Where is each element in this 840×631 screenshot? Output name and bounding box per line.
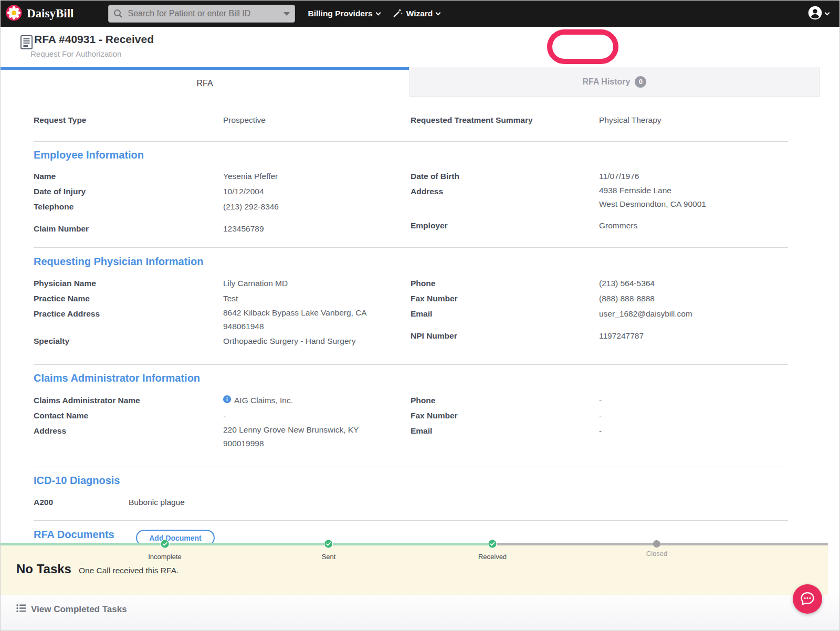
patient-search [108,5,295,23]
wand-icon [393,8,403,20]
daisybill-logo-icon [6,5,22,23]
telephone-value: (213) 292-8346 [223,199,411,214]
treatment-summary-value: Physical Therapy [599,112,788,128]
claims-admin-address-value: 220 Lenny Grove New Brunswick, KY 900019… [223,423,411,450]
treatment-summary-label: Requested Treatment Summary [411,112,599,128]
employee-name-label: Name [34,169,223,184]
contact-name-label: Contact Name [34,408,223,423]
billing-providers-label: Billing Providers [308,9,372,18]
user-account-menu[interactable] [808,6,829,22]
physician-section-heading: Requesting Physician Information [34,256,203,268]
tab-rfa-history-label: RFA History [583,77,631,87]
specialty-label: Specialty [34,333,223,349]
employee-section-heading: Employee Information [34,149,144,161]
claim-number-label: Claim Number [34,221,223,236]
tasks-message: One Call received this RFA. [79,566,178,575]
practice-address-value: 8642 Kilback Bypass Lake Vanberg, CA 948… [223,306,411,333]
request-type-value: Prospective [223,112,411,128]
documents-section-heading: RFA Documents [34,529,114,541]
specialty-value: Orthopaedic Surgery - Hand Surgery [223,333,411,349]
wizard-menu[interactable]: Wizard [393,8,440,20]
tasks-panel: Incomplete Sent Received Closed No Tasks… [1,543,828,595]
check-circle-icon [324,539,333,551]
view-completed-tasks-label: View Completed Tasks [31,604,127,615]
info-icon [223,393,231,408]
tasks-status: No Tasks One Call received this RFA. [16,562,178,576]
chat-support-button[interactable] [793,584,822,614]
step-sent: Sent [322,539,336,561]
date-of-birth-value: 11/07/1976 [599,169,788,184]
employer-label: Employer [411,218,599,233]
claims-admin-email-value: - [599,423,788,438]
request-type-label: Request Type [34,112,223,128]
practice-name-value: Test [223,291,411,306]
claims-admin-name-label: Claims Administrator Name [34,393,223,408]
bottom-bar: View Completed Tasks [1,595,840,631]
npi-number-label: NPI Number [411,328,599,343]
chevron-down-icon [436,10,441,15]
brand[interactable]: DaisyBill [1,5,81,23]
claims-admin-section-heading: Claims Administrator Information [34,372,200,384]
npi-number-value: 1197247787 [599,328,788,343]
date-of-injury-value: 10/12/2004 [223,184,411,199]
claims-admin-name-link[interactable]: AIG Claims, Inc. [223,393,411,408]
step-received: Received [478,539,507,561]
section-divider [34,520,788,521]
claims-admin-fax-label: Fax Number [411,408,599,423]
physician-name-label: Physician Name [34,276,223,291]
date-of-birth-label: Date of Birth [411,169,599,184]
physician-phone-value: (213) 564-5364 [599,276,788,291]
employee-name-value: Yesenia Pfeffer [223,169,411,184]
tab-bar: RFA RFA History 0 [1,67,840,97]
contact-name-value: - [223,408,411,423]
tab-rfa-label: RFA [196,79,213,88]
physician-fax-label: Fax Number [411,291,599,306]
date-of-injury-label: Date of Injury [34,184,223,199]
brand-name: DaisyBill [27,7,74,20]
icd-description: Bubonic plague [129,495,185,510]
claims-admin-section: Claims Administrator Name AIG Claims, In… [34,393,788,450]
tab-rfa[interactable]: RFA [1,67,409,97]
pending-dot-icon [653,540,660,548]
claims-admin-phone-value: - [599,393,788,408]
progress-line-complete [1,543,492,545]
search-icon [113,9,123,20]
telephone-label: Telephone [34,199,223,214]
view-completed-tasks-button[interactable]: View Completed Tasks [16,604,127,615]
step-label: Sent [322,553,336,561]
page-title: RFA #40931 - Received [34,33,154,46]
overview-row: Request Type Prospective Requested Treat… [34,112,788,128]
section-divider [34,467,788,467]
practice-name-label: Practice Name [34,291,223,306]
user-avatar-icon [808,6,822,22]
icd-row: A200 Bubonic plague [34,495,185,510]
claims-admin-address-label: Address [34,423,223,450]
practice-address-label: Practice Address [34,306,223,333]
task-list-icon [16,604,26,615]
section-divider [34,364,788,365]
history-count-badge: 0 [635,76,646,88]
physician-email-label: Email [411,306,599,321]
icd-code: A200 [34,495,129,510]
icd-section-heading: ICD-10 Diagnosis [34,475,120,487]
step-label: Incomplete [148,553,182,561]
wizard-label: Wizard [406,9,433,18]
section-divider [34,141,788,142]
search-input[interactable] [108,5,295,23]
physician-name-value: Lily Carnation MD [223,276,411,291]
tasks-title: No Tasks [16,562,71,576]
physician-phone-label: Phone [411,276,599,291]
claims-admin-phone-label: Phone [411,393,599,408]
claim-number-value: 123456789 [223,221,411,236]
check-circle-icon [488,539,497,551]
chevron-down-icon [375,10,381,15]
step-closed: Closed [646,539,667,558]
check-circle-icon [160,539,170,551]
tab-rfa-history[interactable]: RFA History 0 [410,67,820,97]
claims-admin-email-label: Email [411,423,599,438]
search-dropdown-caret[interactable] [284,12,290,16]
claims-admin-fax-value: - [599,408,788,423]
step-label: Received [478,553,507,561]
claims-admin-name-value: AIG Claims, Inc. [234,393,293,408]
billing-providers-menu[interactable]: Billing Providers [308,9,380,18]
